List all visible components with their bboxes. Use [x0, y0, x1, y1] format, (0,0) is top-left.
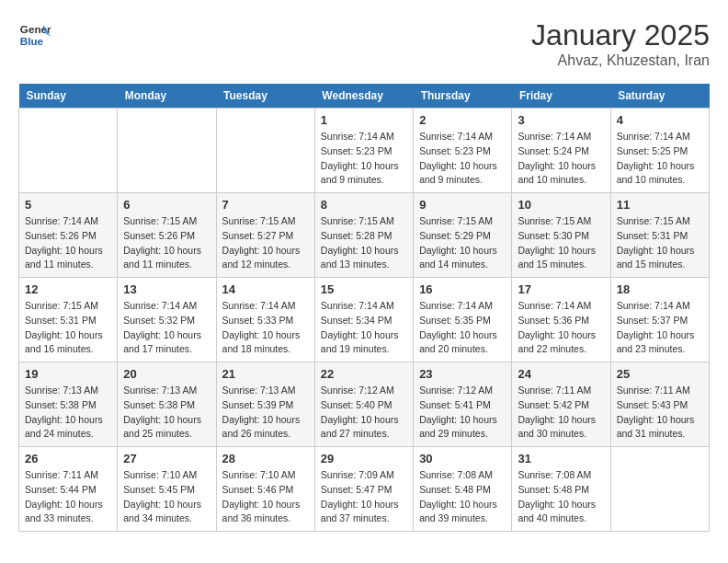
day-number: 30 — [419, 452, 506, 465]
calendar-cell: 4Sunrise: 7:14 AMSunset: 5:25 PMDaylight… — [610, 109, 709, 193]
day-number: 18 — [617, 282, 703, 296]
day-info: Sunrise: 7:09 AMSunset: 5:47 PMDaylight:… — [321, 468, 407, 526]
calendar-cell: 6Sunrise: 7:15 AMSunset: 5:26 PMDaylight… — [118, 193, 216, 278]
day-number: 1 — [321, 113, 407, 127]
day-number: 19 — [25, 367, 111, 381]
day-info: Sunrise: 7:14 AMSunset: 5:24 PMDaylight:… — [518, 130, 604, 188]
logo: General Blue — [18, 18, 51, 52]
day-number: 15 — [321, 282, 407, 296]
day-info: Sunrise: 7:14 AMSunset: 5:25 PMDaylight:… — [617, 130, 703, 188]
day-info: Sunrise: 7:08 AMSunset: 5:48 PMDaylight:… — [518, 468, 604, 526]
calendar-cell: 14Sunrise: 7:14 AMSunset: 5:33 PMDayligh… — [216, 278, 314, 362]
day-info: Sunrise: 7:14 AMSunset: 5:37 PMDaylight:… — [617, 299, 703, 357]
day-number: 6 — [123, 198, 210, 212]
calendar-cell: 22Sunrise: 7:12 AMSunset: 5:40 PMDayligh… — [314, 362, 413, 447]
calendar-cell: 29Sunrise: 7:09 AMSunset: 5:47 PMDayligh… — [314, 447, 413, 532]
day-info: Sunrise: 7:13 AMSunset: 5:38 PMDaylight:… — [123, 384, 210, 442]
calendar-cell: 17Sunrise: 7:14 AMSunset: 5:36 PMDayligh… — [512, 278, 610, 362]
day-info: Sunrise: 7:12 AMSunset: 5:40 PMDaylight:… — [321, 384, 407, 442]
calendar-cell: 30Sunrise: 7:08 AMSunset: 5:48 PMDayligh… — [414, 447, 512, 532]
day-info: Sunrise: 7:14 AMSunset: 5:32 PMDaylight:… — [123, 299, 210, 357]
day-info: Sunrise: 7:15 AMSunset: 5:30 PMDaylight:… — [518, 214, 604, 272]
day-number: 28 — [222, 452, 309, 465]
day-header-sunday: Sunday — [19, 84, 118, 109]
calendar-cell: 9Sunrise: 7:15 AMSunset: 5:29 PMDaylight… — [414, 193, 512, 278]
day-number: 22 — [321, 367, 407, 381]
day-number: 26 — [25, 452, 111, 465]
day-info: Sunrise: 7:15 AMSunset: 5:29 PMDaylight:… — [419, 214, 506, 272]
day-header-wednesday: Wednesday — [314, 84, 413, 109]
calendar-cell: 2Sunrise: 7:14 AMSunset: 5:23 PMDaylight… — [414, 109, 512, 193]
calendar-cell: 7Sunrise: 7:15 AMSunset: 5:27 PMDaylight… — [216, 193, 314, 278]
day-number: 8 — [321, 198, 407, 212]
calendar-week-2: 5Sunrise: 7:14 AMSunset: 5:26 PMDaylight… — [19, 193, 710, 278]
day-number: 29 — [321, 452, 407, 465]
location-title: Ahvaz, Khuzestan, Iran — [531, 52, 710, 69]
calendar-cell: 18Sunrise: 7:14 AMSunset: 5:37 PMDayligh… — [610, 278, 709, 362]
day-info: Sunrise: 7:15 AMSunset: 5:31 PMDaylight:… — [617, 214, 703, 272]
calendar-cell: 19Sunrise: 7:13 AMSunset: 5:38 PMDayligh… — [19, 362, 118, 447]
calendar-cell: 28Sunrise: 7:10 AMSunset: 5:46 PMDayligh… — [216, 447, 314, 532]
day-number: 4 — [617, 113, 703, 127]
day-info: Sunrise: 7:10 AMSunset: 5:46 PMDaylight:… — [222, 468, 309, 526]
day-info: Sunrise: 7:15 AMSunset: 5:31 PMDaylight:… — [25, 299, 111, 357]
logo-icon: General Blue — [18, 18, 51, 52]
calendar-cell: 3Sunrise: 7:14 AMSunset: 5:24 PMDaylight… — [512, 109, 610, 193]
calendar-cell: 15Sunrise: 7:14 AMSunset: 5:34 PMDayligh… — [314, 278, 413, 362]
day-number: 25 — [617, 367, 703, 381]
calendar-week-1: 1Sunrise: 7:14 AMSunset: 5:23 PMDaylight… — [19, 109, 710, 193]
calendar-cell: 20Sunrise: 7:13 AMSunset: 5:38 PMDayligh… — [118, 362, 216, 447]
day-info: Sunrise: 7:14 AMSunset: 5:36 PMDaylight:… — [518, 299, 604, 357]
calendar-cell: 8Sunrise: 7:15 AMSunset: 5:28 PMDaylight… — [314, 193, 413, 278]
calendar-week-4: 19Sunrise: 7:13 AMSunset: 5:38 PMDayligh… — [19, 362, 710, 447]
day-number: 24 — [518, 367, 604, 381]
calendar-cell — [19, 109, 118, 193]
day-info: Sunrise: 7:14 AMSunset: 5:23 PMDaylight:… — [321, 130, 407, 188]
day-info: Sunrise: 7:11 AMSunset: 5:44 PMDaylight:… — [25, 468, 111, 526]
calendar-cell: 10Sunrise: 7:15 AMSunset: 5:30 PMDayligh… — [512, 193, 610, 278]
day-number: 2 — [419, 113, 506, 127]
day-header-monday: Monday — [118, 84, 216, 109]
calendar-cell: 11Sunrise: 7:15 AMSunset: 5:31 PMDayligh… — [610, 193, 709, 278]
calendar-cell: 21Sunrise: 7:13 AMSunset: 5:39 PMDayligh… — [216, 362, 314, 447]
calendar-cell — [610, 447, 709, 532]
day-header-friday: Friday — [512, 84, 610, 109]
calendar-week-5: 26Sunrise: 7:11 AMSunset: 5:44 PMDayligh… — [19, 447, 710, 532]
day-number: 12 — [25, 282, 111, 296]
day-number: 14 — [222, 282, 309, 296]
calendar-cell: 13Sunrise: 7:14 AMSunset: 5:32 PMDayligh… — [118, 278, 216, 362]
day-info: Sunrise: 7:12 AMSunset: 5:41 PMDaylight:… — [419, 384, 506, 442]
calendar-cell — [216, 109, 314, 193]
day-info: Sunrise: 7:11 AMSunset: 5:43 PMDaylight:… — [617, 384, 703, 442]
page-header: General Blue January 2025 Ahvaz, Khuzest… — [18, 18, 710, 69]
day-number: 20 — [123, 367, 210, 381]
day-number: 10 — [518, 198, 604, 212]
svg-text:Blue: Blue — [20, 35, 44, 47]
day-info: Sunrise: 7:08 AMSunset: 5:48 PMDaylight:… — [419, 468, 506, 526]
day-number: 13 — [123, 282, 210, 296]
day-info: Sunrise: 7:14 AMSunset: 5:23 PMDaylight:… — [419, 130, 506, 188]
calendar-cell: 31Sunrise: 7:08 AMSunset: 5:48 PMDayligh… — [512, 447, 610, 532]
day-number: 27 — [123, 452, 210, 465]
day-header-tuesday: Tuesday — [216, 84, 314, 109]
day-info: Sunrise: 7:15 AMSunset: 5:27 PMDaylight:… — [222, 214, 309, 272]
day-header-saturday: Saturday — [610, 84, 709, 109]
day-number: 7 — [222, 198, 309, 212]
calendar-cell: 5Sunrise: 7:14 AMSunset: 5:26 PMDaylight… — [19, 193, 118, 278]
day-number: 31 — [518, 452, 604, 465]
day-info: Sunrise: 7:15 AMSunset: 5:26 PMDaylight:… — [123, 214, 210, 272]
day-info: Sunrise: 7:14 AMSunset: 5:34 PMDaylight:… — [321, 299, 407, 357]
day-number: 23 — [419, 367, 506, 381]
day-header-thursday: Thursday — [414, 84, 512, 109]
calendar-week-3: 12Sunrise: 7:15 AMSunset: 5:31 PMDayligh… — [19, 278, 710, 362]
day-info: Sunrise: 7:11 AMSunset: 5:42 PMDaylight:… — [518, 384, 604, 442]
calendar-cell: 12Sunrise: 7:15 AMSunset: 5:31 PMDayligh… — [19, 278, 118, 362]
calendar-cell: 27Sunrise: 7:10 AMSunset: 5:45 PMDayligh… — [118, 447, 216, 532]
day-info: Sunrise: 7:10 AMSunset: 5:45 PMDaylight:… — [123, 468, 210, 526]
calendar-cell: 23Sunrise: 7:12 AMSunset: 5:41 PMDayligh… — [414, 362, 512, 447]
day-info: Sunrise: 7:14 AMSunset: 5:33 PMDaylight:… — [222, 299, 309, 357]
month-title: January 2025 — [531, 18, 710, 52]
day-info: Sunrise: 7:13 AMSunset: 5:39 PMDaylight:… — [222, 384, 309, 442]
calendar-cell: 1Sunrise: 7:14 AMSunset: 5:23 PMDaylight… — [314, 109, 413, 193]
title-block: January 2025 Ahvaz, Khuzestan, Iran — [531, 18, 710, 69]
